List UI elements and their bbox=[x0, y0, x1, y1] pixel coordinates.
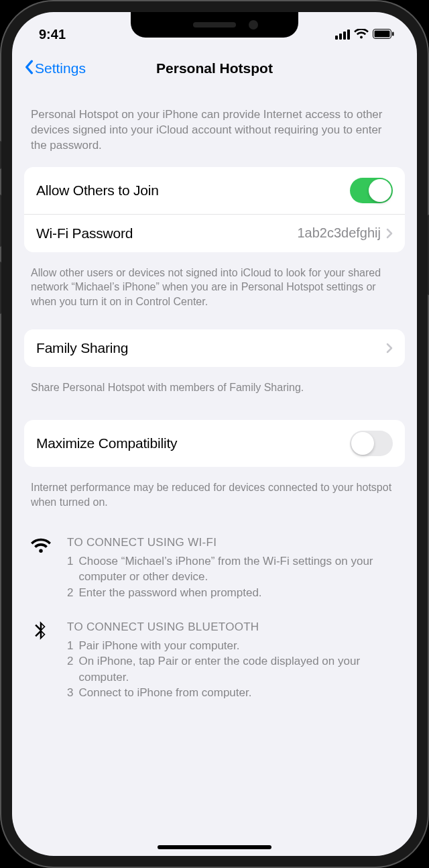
wifi-icon bbox=[354, 29, 369, 40]
connect-wifi-step-2: Enter the password when prompted. bbox=[78, 585, 261, 600]
chevron-right-icon bbox=[386, 343, 393, 354]
back-label: Settings bbox=[35, 60, 86, 76]
svg-rect-1 bbox=[375, 30, 390, 37]
navbar: Settings Personal Hotspot bbox=[12, 50, 417, 87]
wifi-password-label: Wi-Fi Password bbox=[36, 225, 133, 241]
connect-bt-step-2: On iPhone, tap Pair or enter the code di… bbox=[78, 653, 398, 685]
connect-wifi-block: TO CONNECT USING WI-FI 1Choose “Michael’… bbox=[31, 535, 398, 600]
battery-icon bbox=[373, 27, 394, 42]
chevron-left-icon bbox=[24, 60, 34, 78]
max-compat-row: Maximize Compatibility bbox=[24, 420, 405, 467]
max-compat-label: Maximize Compatibility bbox=[36, 435, 177, 451]
family-sharing-label: Family Sharing bbox=[36, 340, 128, 356]
family-footer: Share Personal Hotspot with members of F… bbox=[12, 374, 417, 414]
cellular-icon bbox=[335, 30, 350, 40]
page-title: Personal Hotspot bbox=[156, 60, 273, 76]
wifi-password-row[interactable]: Wi-Fi Password 1ab2c3defghij bbox=[24, 214, 405, 252]
wifi-password-value: 1ab2c3defghij bbox=[297, 225, 381, 241]
home-indicator[interactable] bbox=[158, 845, 271, 849]
connect-wifi-step-1: Choose “Michael’s iPhone” from the Wi-Fi… bbox=[78, 553, 398, 585]
status-time: 9:41 bbox=[39, 27, 66, 42]
connect-bt-title: TO CONNECT USING BLUETOOTH bbox=[67, 619, 398, 635]
connect-bt-block: TO CONNECT USING BLUETOOTH 1Pair iPhone … bbox=[31, 619, 398, 700]
connect-bt-step-3: Connect to iPhone from computer. bbox=[78, 685, 251, 700]
family-sharing-row[interactable]: Family Sharing bbox=[24, 329, 405, 367]
wifi-icon bbox=[31, 535, 54, 600]
max-compat-toggle[interactable] bbox=[350, 431, 393, 456]
max-compat-footer: Internet performance may be reduced for … bbox=[12, 474, 417, 523]
bluetooth-icon bbox=[31, 619, 54, 700]
svg-rect-2 bbox=[392, 32, 394, 36]
chevron-right-icon bbox=[386, 228, 393, 239]
allow-others-toggle[interactable] bbox=[350, 178, 393, 203]
connect-wifi-title: TO CONNECT USING WI-FI bbox=[67, 535, 398, 550]
allow-footer: Allow other users or devices not signed … bbox=[12, 259, 417, 323]
intro-text: Personal Hotspot on your iPhone can prov… bbox=[12, 87, 417, 160]
connect-bt-step-1: Pair iPhone with your computer. bbox=[78, 638, 239, 653]
allow-others-row: Allow Others to Join bbox=[24, 167, 405, 214]
allow-others-label: Allow Others to Join bbox=[36, 182, 159, 199]
back-button[interactable]: Settings bbox=[24, 60, 86, 78]
